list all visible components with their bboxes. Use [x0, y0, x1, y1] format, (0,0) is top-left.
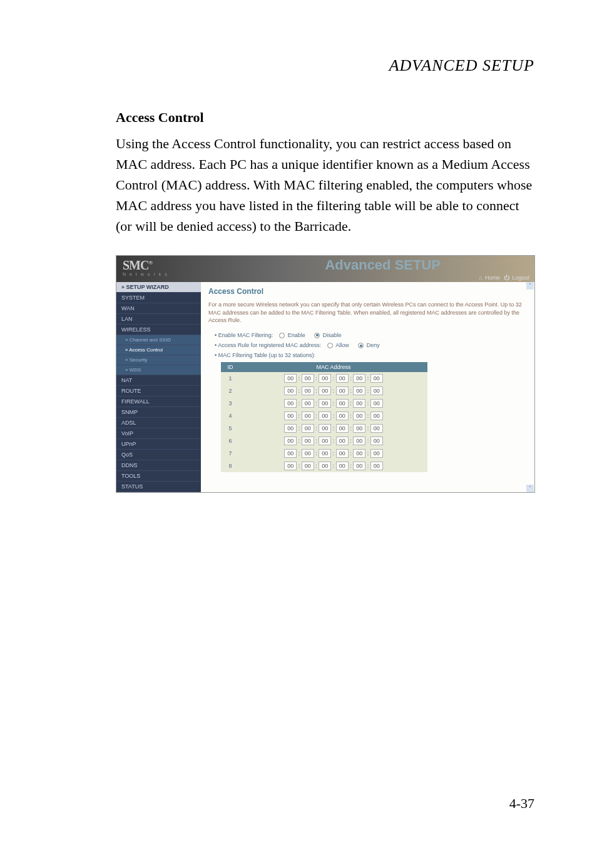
- mac-octet-input[interactable]: [336, 374, 349, 383]
- mac-octet-input[interactable]: [284, 424, 297, 433]
- access-rule-label: Access Rule for registered MAC address:: [218, 342, 321, 348]
- sidebar-item[interactable]: UPnP: [116, 439, 201, 450]
- mac-octet-input[interactable]: [336, 411, 349, 420]
- sidebar-item[interactable]: LAN: [116, 314, 201, 325]
- mac-octet-input[interactable]: [319, 449, 331, 458]
- sidebar-item[interactable]: STATUS: [116, 482, 201, 492]
- mac-octet-input[interactable]: [370, 437, 383, 445]
- row-mac-cell: : : : : :: [240, 460, 427, 472]
- mac-octet-input[interactable]: [353, 437, 365, 445]
- mac-octet-input[interactable]: [353, 386, 365, 395]
- mac-octet-input[interactable]: [302, 374, 314, 383]
- mac-octet-input[interactable]: [284, 449, 297, 458]
- mac-octet-input[interactable]: [284, 411, 297, 420]
- row-id-cell: 8: [221, 460, 240, 472]
- mac-octet-input[interactable]: [284, 437, 297, 445]
- colon-separator: :: [314, 463, 319, 469]
- colon-separator: :: [314, 400, 319, 406]
- mac-octet-input[interactable]: [336, 462, 349, 470]
- mac-octet-input[interactable]: [319, 386, 331, 395]
- mac-octet-input[interactable]: [353, 411, 365, 420]
- mac-octet-input[interactable]: [370, 374, 383, 383]
- mac-octet-input[interactable]: [302, 437, 314, 445]
- mac-octet-input[interactable]: [370, 411, 383, 420]
- scroll-down-icon[interactable]: ˅: [526, 485, 534, 492]
- sidebar-item[interactable]: » WDS: [116, 365, 201, 375]
- mac-octet-input[interactable]: [319, 424, 331, 433]
- mac-octet-input[interactable]: [353, 462, 365, 470]
- logout-link[interactable]: Logout: [512, 275, 529, 281]
- mac-octet-input[interactable]: [353, 374, 365, 383]
- enable-option-label: Enable: [288, 332, 305, 338]
- mac-octet-input[interactable]: [284, 399, 297, 408]
- mac-octet-input[interactable]: [284, 462, 297, 470]
- enable-radio[interactable]: [279, 333, 285, 338]
- colon-separator: :: [349, 450, 354, 457]
- body-paragraph: Using the Access Control functionality, …: [116, 133, 534, 236]
- mac-octet-input[interactable]: [302, 462, 314, 470]
- colon-separator: :: [314, 375, 319, 381]
- mac-octet-input[interactable]: [284, 386, 297, 395]
- mac-octet-input[interactable]: [353, 449, 365, 458]
- mac-octet-input[interactable]: [336, 449, 349, 458]
- sidebar-item[interactable]: » Access Control: [116, 345, 201, 355]
- sidebar-item[interactable]: DDNS: [116, 460, 201, 471]
- mac-octet-input[interactable]: [319, 462, 331, 470]
- mac-octet-input[interactable]: [302, 424, 314, 433]
- mac-octet-input[interactable]: [336, 386, 349, 395]
- mac-octet-input[interactable]: [370, 399, 383, 408]
- sidebar-item[interactable]: NAT: [116, 375, 201, 386]
- mac-octet-input[interactable]: [336, 399, 349, 408]
- deny-radio[interactable]: [358, 343, 364, 348]
- sidebar-item[interactable]: SNMP: [116, 407, 201, 418]
- mac-octet-input[interactable]: [302, 386, 314, 395]
- mac-octet-input[interactable]: [353, 399, 365, 408]
- mac-octet-input[interactable]: [319, 374, 331, 383]
- deny-option-label: Deny: [367, 342, 380, 348]
- row-id-cell: 1: [221, 372, 240, 385]
- table-row: 2 : : : : :: [221, 385, 427, 397]
- smc-logo: SMC®: [123, 258, 152, 273]
- sidebar-item[interactable]: QoS: [116, 450, 201, 460]
- mac-octet-input[interactable]: [302, 399, 314, 408]
- mac-octet-input[interactable]: [319, 411, 331, 420]
- colon-separator: :: [331, 375, 336, 381]
- mac-octet-input[interactable]: [370, 449, 383, 458]
- sidebar-item[interactable]: TOOLS: [116, 471, 201, 482]
- mac-octet-input[interactable]: [302, 449, 314, 458]
- mac-octet-input[interactable]: [319, 399, 331, 408]
- sidebar-item[interactable]: » Security: [116, 355, 201, 365]
- disable-radio[interactable]: [314, 333, 320, 338]
- colon-separator: :: [365, 425, 370, 431]
- running-header: ADVANCED SETUP: [63, 56, 534, 75]
- mac-octet-input[interactable]: [284, 374, 297, 383]
- mac-octet-input[interactable]: [336, 424, 349, 433]
- sidebar-item[interactable]: » Channel and SSID: [116, 335, 201, 345]
- mac-octet-input[interactable]: [370, 386, 383, 395]
- colon-separator: :: [349, 425, 354, 431]
- sidebar-item[interactable]: ADSL: [116, 418, 201, 428]
- screenshot-header: SMC® N e t w o r k s Advanced SETUP ⌂Hom…: [116, 256, 534, 282]
- mac-octet-input[interactable]: [336, 437, 349, 445]
- mac-octet-input[interactable]: [353, 424, 365, 433]
- sidebar-item[interactable]: » SETUP WIZARD: [116, 282, 201, 293]
- scroll-up-icon[interactable]: ˄: [526, 282, 534, 290]
- logo-subtitle: N e t w o r k s: [123, 272, 168, 276]
- sidebar-item[interactable]: ROUTE: [116, 386, 201, 396]
- allow-radio[interactable]: [327, 343, 333, 348]
- sidebar-item[interactable]: FIREWALL: [116, 396, 201, 407]
- sidebar-item[interactable]: VoIP: [116, 428, 201, 439]
- colon-separator: :: [349, 375, 354, 381]
- sidebar-item[interactable]: WAN: [116, 303, 201, 314]
- colon-separator: :: [331, 388, 336, 394]
- mac-octet-input[interactable]: [302, 411, 314, 420]
- mac-octet-input[interactable]: [319, 437, 331, 445]
- sidebar-item[interactable]: SYSTEM: [116, 293, 201, 303]
- colon-separator: :: [349, 463, 354, 469]
- colon-separator: :: [365, 463, 370, 469]
- mac-octet-input[interactable]: [370, 424, 383, 433]
- mac-octet-input[interactable]: [370, 462, 383, 470]
- logo-text: SMC: [123, 258, 148, 272]
- home-link[interactable]: Home: [485, 275, 500, 281]
- sidebar-item[interactable]: WIRELESS: [116, 325, 201, 335]
